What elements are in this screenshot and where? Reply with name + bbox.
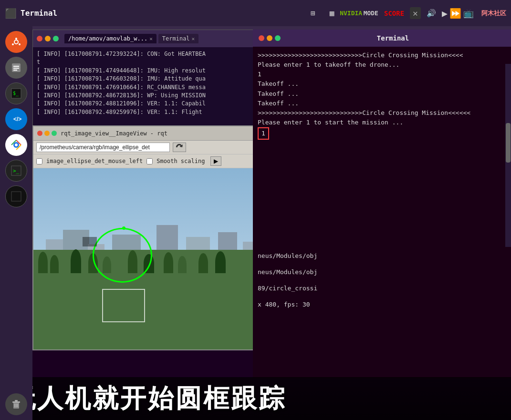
close-button-second[interactable] bbox=[259, 35, 264, 41]
svg-rect-21 bbox=[15, 400, 18, 401]
score-text: SCORE bbox=[384, 10, 404, 17]
chinese-caption: 无人机就开始圆框跟踪 bbox=[10, 381, 286, 416]
svg-point-3 bbox=[12, 43, 14, 45]
tv-icon[interactable]: 📺 bbox=[463, 8, 474, 18]
terminal-line: 1 bbox=[258, 127, 506, 140]
svg-text:>_: >_ bbox=[13, 168, 20, 174]
grid-icon[interactable]: ⊞ bbox=[306, 7, 320, 20]
terminal-line: Please enter 1 to start the mission ... bbox=[258, 118, 506, 127]
svg-rect-20 bbox=[12, 401, 20, 403]
terminal-line bbox=[258, 261, 506, 267]
rqt-toolbar bbox=[33, 141, 280, 154]
terminal-line: t bbox=[37, 58, 276, 66]
terminal-line: [ INFO] [1617008792.486728136]: WP: Usin… bbox=[37, 92, 276, 100]
terminal-line: >>>>>>>>>>>>>>>>>>>>>>>>>>>>Circle Cross… bbox=[258, 51, 506, 60]
tab-1-label: /home/amov/amovlab_w... bbox=[68, 35, 147, 42]
terminal-line: neus/Modules/obj bbox=[258, 267, 506, 277]
rqt-arrow-button[interactable]: ▶ bbox=[210, 156, 221, 166]
smooth-scaling-checkbox[interactable] bbox=[146, 158, 153, 164]
terminal-line bbox=[258, 294, 506, 299]
top-bar: ⬛ Terminal ⊞ ▦ NVIDIA MODE SCORE ✕ 🔊 ▶ ⏩… bbox=[0, 0, 511, 26]
fast-forward-icon[interactable]: ⏩ bbox=[449, 8, 461, 19]
sidebar-item-trash[interactable] bbox=[5, 393, 27, 415]
svg-text:</>: </> bbox=[13, 116, 21, 123]
sidebar: $_ </> >_ bbox=[0, 26, 32, 420]
tab-1-close[interactable]: ✕ bbox=[149, 36, 153, 42]
scene-trees bbox=[33, 249, 280, 273]
bottom-text-overlay: 无人机就开始圆框跟踪 bbox=[0, 377, 511, 420]
maximize-button-second[interactable] bbox=[275, 35, 281, 41]
play-icon[interactable]: ▶ bbox=[442, 8, 448, 19]
terminal-line: [ INFO] [1617008792.488121096]: VER: 1.1… bbox=[37, 100, 276, 108]
top-bar-icons: ⊞ ▦ NVIDIA MODE SCORE ✕ 🔊 ▶ ⏩ 📺 阿木社区 bbox=[306, 7, 506, 20]
sidebar-item-black-box[interactable] bbox=[5, 185, 27, 207]
terminal-line: 89/circle_crossi bbox=[258, 283, 506, 294]
sidebar-item-files[interactable] bbox=[5, 57, 27, 79]
sidebar-item-terminal[interactable]: $_ bbox=[5, 82, 27, 104]
terminal-line: Takeoff ... bbox=[258, 79, 506, 89]
rqt-titlebar: rqt_image_view__ImageView - rqt bbox=[33, 126, 280, 141]
terminal-line: Takeoff ... bbox=[258, 99, 506, 108]
terminal-line: 1 bbox=[258, 70, 506, 79]
tab-bar: /home/amov/amovlab_w... ✕ Terminal ✕ bbox=[64, 34, 276, 43]
white-rectangle bbox=[102, 289, 145, 322]
front-traffic-lights bbox=[37, 36, 59, 41]
speaker-icon[interactable]: 🔊 bbox=[427, 9, 436, 18]
terminal-line: [ INFO] [1617008791.474944648]: IMU: Hig… bbox=[37, 67, 276, 75]
rqt-checkbox-row: image_ellipse_det_mouse_left Smooth scal… bbox=[33, 154, 280, 168]
rqt-topic-input[interactable] bbox=[36, 143, 170, 152]
sidebar-item-vscode[interactable]: </> bbox=[5, 108, 27, 130]
sidebar-item-small-terminal[interactable]: >_ bbox=[5, 160, 27, 182]
minimize-button-second[interactable] bbox=[267, 35, 272, 41]
green-dot-detection bbox=[122, 226, 125, 230]
svg-point-15 bbox=[15, 143, 18, 146]
scrollbar-track[interactable] bbox=[505, 64, 511, 261]
tree bbox=[178, 256, 187, 273]
rqt-window-title: rqt_image_view__ImageView - rqt bbox=[61, 130, 167, 137]
nvidia-icon: NVIDIA bbox=[344, 7, 358, 20]
tab-1[interactable]: /home/amov/amovlab_w... ✕ bbox=[64, 34, 156, 43]
x-button[interactable]: ✕ bbox=[410, 7, 421, 19]
terminal-line bbox=[258, 277, 506, 283]
rqt-close-button[interactable] bbox=[37, 131, 42, 136]
terminal-line: [ INFO] [1617008791.476603208]: IMU: Att… bbox=[37, 75, 276, 83]
maximize-button-front[interactable] bbox=[53, 36, 59, 41]
tree bbox=[164, 252, 173, 273]
svg-rect-8 bbox=[13, 70, 17, 71]
svg-point-2 bbox=[19, 43, 21, 45]
media-controls: ▶ ⏩ 📺 bbox=[442, 8, 474, 19]
mouse-left-label: image_ellipse_det_mouse_left bbox=[46, 158, 143, 164]
close-button-front[interactable] bbox=[37, 36, 42, 41]
green-circle-detection bbox=[93, 228, 152, 283]
smooth-scaling-label: Smooth scaling bbox=[156, 158, 205, 164]
second-terminal: Terminal >>>>>>>>>>>>>>>>>>>>>>>>>>>>Cir… bbox=[253, 30, 511, 261]
bar-chart-icon[interactable]: ▦ bbox=[325, 7, 339, 20]
rqt-camera-image bbox=[33, 168, 280, 349]
tab-2-close[interactable]: ✕ bbox=[192, 36, 195, 42]
input-value-1: 1 bbox=[258, 127, 269, 140]
sidebar-item-ubuntu[interactable] bbox=[5, 31, 27, 53]
second-terminal-content: >>>>>>>>>>>>>>>>>>>>>>>>>>>>Circle Cross… bbox=[253, 47, 511, 261]
site-watermark: 阿木社区 bbox=[481, 9, 506, 18]
terminal-icon-top: ⬛ bbox=[5, 8, 17, 19]
scrollbar-thumb[interactable] bbox=[506, 123, 511, 163]
rqt-minimize-button[interactable] bbox=[44, 131, 50, 136]
svg-rect-7 bbox=[13, 68, 19, 69]
tree bbox=[215, 251, 226, 273]
terminal-line: neus/Modules/obj bbox=[258, 251, 506, 261]
minimize-button-front[interactable] bbox=[45, 36, 51, 41]
tree bbox=[38, 252, 48, 273]
tab-2[interactable]: Terminal ✕ bbox=[158, 34, 198, 43]
svg-rect-18 bbox=[11, 192, 21, 201]
mouse-left-checkbox[interactable] bbox=[36, 158, 42, 164]
rqt-image-view-window: rqt_image_view__ImageView - rqt image_el… bbox=[32, 125, 281, 350]
rqt-maximize-button[interactable] bbox=[52, 131, 57, 136]
sidebar-item-chromium[interactable] bbox=[5, 134, 27, 156]
svg-point-1 bbox=[15, 38, 17, 40]
tree bbox=[198, 253, 208, 273]
rqt-refresh-button[interactable] bbox=[173, 143, 186, 152]
terminal-line: Takeoff ... bbox=[258, 89, 506, 99]
terminal-line: Please enter 1 to takeoff the drone... bbox=[258, 60, 506, 70]
back-terminal-lower: neus/Modules/obj neus/Modules/obj 89/cir… bbox=[253, 247, 511, 378]
drone-object bbox=[83, 237, 97, 246]
